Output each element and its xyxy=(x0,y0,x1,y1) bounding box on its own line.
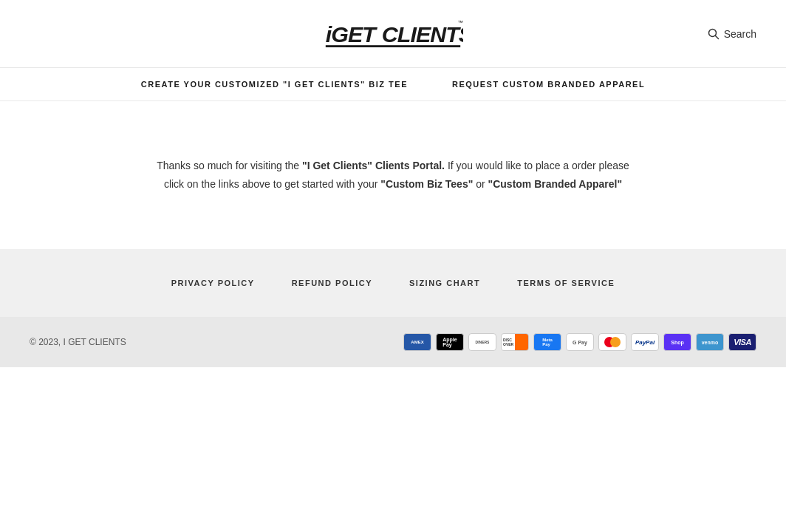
payment-venmo: venmo xyxy=(696,333,724,351)
footer-refund-policy[interactable]: REFUND POLICY xyxy=(292,279,372,287)
nav-branded-apparel[interactable]: REQUEST CUSTOM BRANDED APPAREL xyxy=(452,80,645,89)
portal-name: "I Get Clients" Clients Portal. xyxy=(302,160,445,171)
footer-terms-of-service[interactable]: TERMS OF SERVICE xyxy=(517,279,615,287)
copyright-text: © 2023, I GET CLIENTS xyxy=(30,337,126,347)
link-biz-tees[interactable]: "Custom Biz Tees" xyxy=(380,178,473,190)
svg-text:™: ™ xyxy=(457,19,463,26)
intro-text: Thanks so much for visiting the xyxy=(157,160,302,171)
payment-meta: MetaPay xyxy=(533,333,561,351)
payment-paypal: PayPal xyxy=(631,333,659,351)
payment-amex: AMEX xyxy=(403,333,431,351)
svg-rect-4 xyxy=(326,45,460,47)
main-nav: CREATE YOUR CUSTOMIZED "I GET CLIENTS" B… xyxy=(0,68,786,101)
payment-discover: DISCOVER xyxy=(501,333,529,351)
main-paragraph: Thanks so much for visiting the "I Get C… xyxy=(157,157,629,194)
footer-sizing-chart[interactable]: SIZING CHART xyxy=(409,279,480,287)
logo[interactable]: iGET CLIENTS ™ xyxy=(323,13,463,54)
svg-line-6 xyxy=(715,35,718,38)
svg-text:CLIENTS: CLIENTS xyxy=(382,21,463,47)
payment-diners: DINERS xyxy=(468,333,496,351)
link-branded-apparel[interactable]: "Custom Branded Apparel" xyxy=(488,178,623,190)
mastercard-circles xyxy=(604,337,621,347)
payment-icons: AMEX ApplePay DINERS DISCOVER MetaPay G … xyxy=(403,333,756,351)
footer-links: PRIVACY POLICY REFUND POLICY SIZING CHAR… xyxy=(0,249,786,317)
search-icon xyxy=(708,28,720,40)
footer-privacy-policy[interactable]: PRIVACY POLICY xyxy=(171,279,255,287)
payment-apple-pay: ApplePay xyxy=(436,333,464,351)
search-button[interactable]: Search xyxy=(708,28,756,40)
payment-visa: VISA xyxy=(728,333,756,351)
search-label: Search xyxy=(724,28,756,40)
site-header: iGET CLIENTS ™ Search xyxy=(0,0,786,68)
main-content: Thanks so much for visiting the "I Get C… xyxy=(0,101,786,249)
payment-mastercard xyxy=(598,333,626,351)
mastercard-orange-circle xyxy=(610,337,621,347)
payment-shop-pay: Shop xyxy=(663,333,691,351)
footer-bottom: © 2023, I GET CLIENTS AMEX ApplePay DINE… xyxy=(0,317,786,367)
svg-text:iGET: iGET xyxy=(326,21,378,47)
or-text: or xyxy=(473,178,488,190)
nav-biz-tee[interactable]: CREATE YOUR CUSTOMIZED "I GET CLIENTS" B… xyxy=(141,80,408,89)
footer: PRIVACY POLICY REFUND POLICY SIZING CHAR… xyxy=(0,249,786,367)
payment-google-pay: G Pay xyxy=(566,333,594,351)
